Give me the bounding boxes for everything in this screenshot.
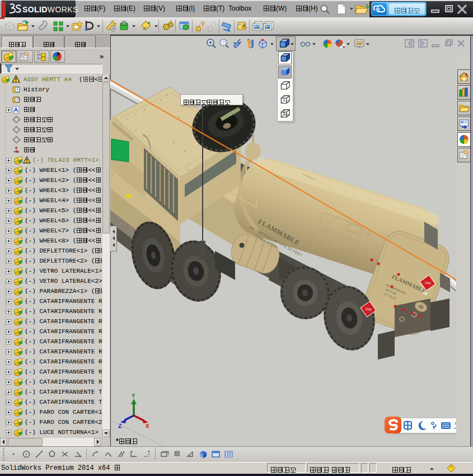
- svg-text:Y: Y: [132, 393, 135, 399]
